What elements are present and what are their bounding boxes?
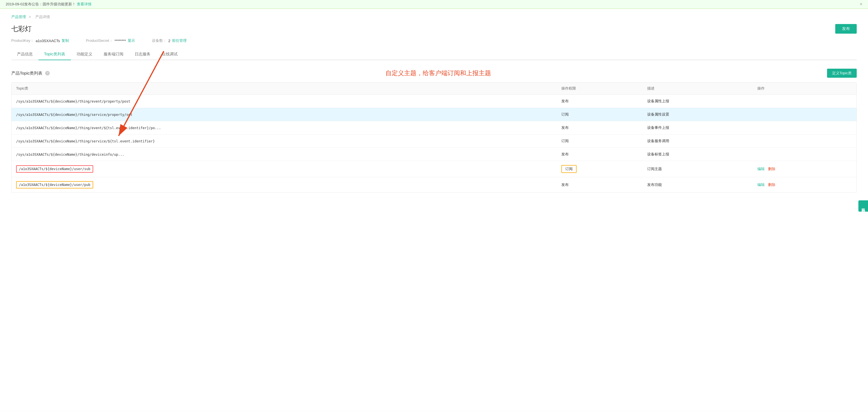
annotation-area: 自定义主题，给客户端订阅和上报主题 — [50, 69, 827, 78]
action-cell — [753, 95, 857, 108]
manage-link[interactable]: 前往管理 — [172, 38, 187, 43]
action-cell — [753, 121, 857, 135]
tab-log-service[interactable]: 日志服务 — [129, 49, 156, 60]
table-row: /sys/a1o3SXAACTs/${deviceName}/thing/ser… — [11, 108, 857, 121]
product-key-item: ProductKey： a1o3SXAACTs 复制 — [11, 38, 69, 43]
delete-link[interactable]: 删除 — [768, 167, 775, 171]
tab-server-subscribe[interactable]: 服务端订阅 — [98, 49, 129, 60]
page-title: 七彩灯 — [11, 24, 32, 33]
table-row: /a1o3SXAACTs/${deviceName}/user/pub 发布 发… — [11, 177, 857, 193]
permission-cell: 发布 — [557, 177, 643, 193]
product-secret-label: ProductSecret： — [86, 38, 113, 43]
product-key-value: a1o3SXAACTs — [36, 39, 60, 43]
permission-cell: 订阅 — [557, 161, 643, 177]
topic-table-element: Topic类 操作权限 描述 操作 /sys/a1o3SXAACTs/${dev… — [11, 83, 857, 193]
table-row: /a1o3SXAACTs/${deviceName}/user/sub 订阅 订… — [11, 161, 857, 177]
table-body: /sys/a1o3SXAACTs/${deviceName}/thing/eve… — [11, 95, 857, 193]
show-link[interactable]: 显示 — [128, 38, 135, 43]
section-header: 产品Topic类列表 ? 自定义主题，给客户端订阅和上报主题 定义Topic类 — [11, 69, 857, 78]
description-cell: 设备属性上报 — [643, 95, 753, 108]
topic-cell: /a1o3SXAACTs/${deviceName}/user/pub — [11, 177, 557, 193]
topic-cell: /sys/a1o3SXAACTs/${deviceName}/thing/ser… — [11, 135, 557, 148]
main-container: 产品管理 > 产品详情 七彩灯 发布 ProductKey： a1o3SXAAC… — [0, 9, 868, 412]
table-row: /sys/a1o3SXAACTs/${deviceName}/thing/dev… — [11, 148, 857, 161]
action-cell: 编辑 删除 — [753, 161, 857, 177]
section-title-group: 产品Topic类列表 ? — [11, 71, 50, 76]
announcement-close-button[interactable]: × — [860, 2, 862, 7]
table-row: /sys/a1o3SXAACTs/${deviceName}/thing/eve… — [11, 121, 857, 135]
topic-cell: /sys/a1o3SXAACTs/${deviceName}/thing/ser… — [11, 108, 557, 121]
description-cell: 设备标签上报 — [643, 148, 753, 161]
topic-cell: /sys/a1o3SXAACTs/${deviceName}/thing/dev… — [11, 148, 557, 161]
publish-button[interactable]: 发布 — [835, 24, 857, 34]
announcement-text: 2019-09-02发布公告：固件升级功能更新！ 查看详情 — [6, 2, 92, 7]
description-cell: 设备服务调用 — [643, 135, 753, 148]
breadcrumb-current: 产品详情 — [35, 15, 50, 19]
description-cell: 设备属性设置 — [643, 108, 753, 121]
action-cell: 编辑 删除 — [753, 177, 857, 193]
tab-online-debug[interactable]: 在线调试 — [156, 49, 183, 60]
action-cell — [753, 108, 857, 121]
permission-cell: 发布 — [557, 121, 643, 135]
topic-cell: /sys/a1o3SXAACTs/${deviceName}/thing/eve… — [11, 121, 557, 135]
announcement-bar: 2019-09-02发布公告：固件升级功能更新！ 查看详情 × — [0, 0, 868, 9]
define-topic-button[interactable]: 定义Topic类 — [827, 69, 857, 78]
table-row: /sys/a1o3SXAACTs/${deviceName}/thing/eve… — [11, 95, 857, 108]
product-secret-item: ProductSecret： ******** 显示 — [86, 38, 135, 43]
breadcrumb-parent[interactable]: 产品管理 — [11, 15, 26, 19]
copy-link[interactable]: 复制 — [62, 38, 69, 43]
col-action: 操作 — [753, 83, 857, 95]
edit-link[interactable]: 编辑 — [757, 167, 765, 171]
topic-cell: /a1o3SXAACTs/${deviceName}/user/sub — [11, 161, 557, 177]
delete-link[interactable]: 删除 — [768, 182, 775, 187]
description-cell: 订阅主题 — [643, 161, 753, 177]
sidebar-contact-widget[interactable]: 联系我们 — [859, 200, 868, 212]
tab-product-info[interactable]: 产品信息 — [11, 49, 38, 60]
action-cell — [753, 135, 857, 148]
content-area: 产品Topic类列表 ? 自定义主题，给客户端订阅和上报主题 定义Topic类 — [11, 69, 857, 193]
device-count-value: 2 — [168, 39, 170, 43]
permission-cell: 订阅 — [557, 108, 643, 121]
topic-table: Topic类 操作权限 描述 操作 /sys/a1o3SXAACTs/${dev… — [11, 82, 857, 193]
breadcrumb-separator: > — [29, 15, 31, 19]
permission-cell: 发布 — [557, 95, 643, 108]
action-cell — [753, 148, 857, 161]
device-count-label: 设备数： — [152, 38, 166, 43]
col-topic: Topic类 — [11, 83, 557, 95]
permission-cell: 订阅 — [557, 135, 643, 148]
col-permission: 操作权限 — [557, 83, 643, 95]
description-cell: 发布功能 — [643, 177, 753, 193]
tab-function-def[interactable]: 功能定义 — [71, 49, 98, 60]
product-secret-value: ******** — [115, 39, 126, 43]
table-header: Topic类 操作权限 描述 操作 — [11, 83, 857, 95]
announcement-link[interactable]: 查看详情 — [77, 2, 92, 6]
tab-topic-list[interactable]: Topic类列表 — [38, 49, 71, 60]
tabs-bar: 产品信息 Topic类列表 功能定义 服务端订阅 日志服务 在线调试 — [11, 49, 857, 60]
product-key-label: ProductKey： — [11, 38, 34, 43]
annotation-text: 自定义主题，给客户端订阅和上报主题 — [61, 69, 816, 78]
topic-cell: /sys/a1o3SXAACTs/${deviceName}/thing/eve… — [11, 95, 557, 108]
device-count-item: 设备数： 2 前往管理 — [152, 38, 187, 43]
section-title: 产品Topic类列表 — [11, 71, 42, 76]
edit-link[interactable]: 编辑 — [757, 182, 765, 187]
table-row: /sys/a1o3SXAACTs/${deviceName}/thing/ser… — [11, 135, 857, 148]
permission-cell: 发布 — [557, 148, 643, 161]
meta-row: ProductKey： a1o3SXAACTs 复制 ProductSecret… — [11, 38, 857, 43]
breadcrumb: 产品管理 > 产品详情 — [11, 14, 857, 20]
description-cell: 设备事件上报 — [643, 121, 753, 135]
help-icon[interactable]: ? — [45, 71, 50, 76]
page-header: 七彩灯 发布 — [11, 24, 857, 34]
col-description: 描述 — [643, 83, 753, 95]
